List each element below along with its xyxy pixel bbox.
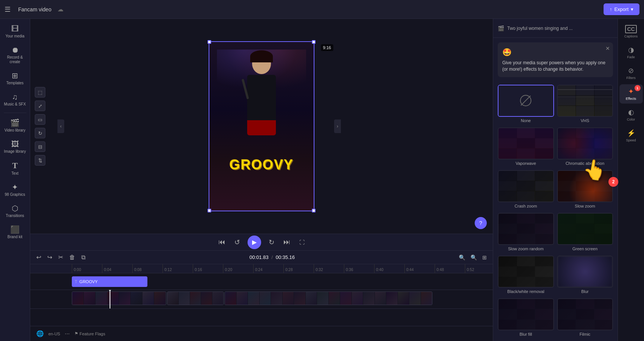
redo-button[interactable]: ↪ (46, 252, 54, 262)
filmic-overlay (558, 299, 613, 330)
expand-panel-button[interactable]: › (334, 119, 341, 133)
collapse-sidebar-button[interactable]: ‹ (57, 119, 64, 133)
vhs-scanline-1 (558, 89, 613, 90)
globe-icon: 🌐 (36, 330, 44, 337)
feature-flags-icon: ⚑ (74, 331, 78, 336)
transitions-icon: ⬡ (12, 205, 18, 212)
ruler-marks: 0:00 0:04 0:08 0:12 0:16 0:20 0:24 0:28 … (30, 264, 493, 273)
zoom-out-button[interactable]: 🔍 (457, 253, 467, 262)
sidebar-item-templates[interactable]: ⊞ Templates (2, 69, 29, 88)
timeline-ruler: 0:00 0:04 0:08 0:12 0:16 0:20 0:24 0:28 … (30, 264, 493, 273)
effect-slow-zoom-random[interactable]: Slow zoom random (498, 213, 554, 253)
slow-zoom-glow (558, 171, 613, 202)
graphics-icon: ✦ (12, 183, 18, 191)
sidebar-item-text[interactable]: T Text (2, 158, 29, 179)
playhead[interactable] (110, 290, 110, 308)
handle-top-left[interactable] (207, 40, 211, 44)
effect-crash-zoom[interactable]: Crash zoom (498, 170, 554, 210)
effect-vhs[interactable]: VHS (557, 85, 613, 124)
video-clip-3[interactable] (224, 291, 432, 305)
effect-slow-zoom-visual (558, 171, 613, 202)
resize-tool[interactable]: ⤢ (35, 101, 45, 111)
project-title[interactable]: Fancam video (18, 6, 51, 12)
rotate-tool[interactable]: ↻ (35, 128, 45, 138)
play-button[interactable]: ▶ (248, 236, 261, 249)
handle-top-right[interactable] (312, 40, 316, 44)
cut-button[interactable]: ✂ (57, 252, 65, 262)
help-button[interactable]: ? (475, 217, 487, 229)
templates-icon: ⊞ (12, 72, 18, 79)
sidebar-item-brand-kit[interactable]: ⬛ Brand kit (2, 223, 29, 242)
ruler-mark: 0:24 (253, 264, 283, 273)
icon-panel-filters[interactable]: ⊘ Filters (619, 64, 643, 83)
your-media-icon: 🎞 (11, 25, 19, 33)
sidebar-item-music[interactable]: ♫ Music & SFX (2, 90, 29, 110)
video-track-content[interactable] (72, 290, 493, 308)
sidebar-item-graphics[interactable]: ✦ 98 Graphics (2, 180, 29, 200)
rewind-button[interactable]: ↺ (233, 237, 242, 248)
sidebar-item-image-library[interactable]: 🖼 Image library (2, 137, 29, 157)
music-icon: ♫ (12, 93, 18, 101)
flip-tool[interactable]: ⇅ (35, 155, 45, 166)
screen-tool[interactable]: ▭ (35, 114, 45, 125)
hamburger-icon[interactable]: ☰ (5, 5, 11, 14)
sidebar-item-record[interactable]: ⏺ Record &create (2, 43, 29, 67)
text-track-content[interactable]: T GROOVY (72, 273, 493, 290)
export-button[interactable]: ↑ Export ▾ (604, 3, 639, 15)
effect-green-screen[interactable]: Green screen (557, 213, 613, 253)
tooltip-close-button[interactable]: ✕ (605, 45, 610, 51)
duplicate-button[interactable]: ⧉ (80, 253, 87, 262)
feature-flags-button[interactable]: ⚑ Feature Flags (74, 331, 105, 336)
crop-tool[interactable]: ⬚ (35, 87, 45, 98)
icon-panel-speed[interactable]: ⚡ Speed (619, 126, 643, 145)
undo-button[interactable]: ↩ (35, 252, 43, 262)
effect-vaporwave[interactable]: Vaporwave (498, 127, 554, 167)
sidebar-item-video-library[interactable]: 🎬 Video library (2, 116, 29, 136)
icon-panel-captions[interactable]: CC Captions (619, 22, 643, 41)
zoom-in-button[interactable]: 🔍 (469, 253, 478, 262)
canvas-tools: ⬚ ⤢ ▭ ↻ ⊟ ⇅ (35, 87, 45, 166)
more-icon[interactable]: ··· (65, 330, 70, 337)
bw-overlay (498, 256, 553, 287)
effect-chromatic-aberration[interactable]: Chromatic aberration (557, 127, 613, 167)
sidebar-item-transitions[interactable]: ⬡ Transitions (2, 202, 29, 221)
singer-body (247, 75, 276, 135)
align-tool[interactable]: ⊟ (35, 141, 45, 152)
skip-back-button[interactable]: ⏮ (217, 237, 227, 248)
ruler-mark: 0:12 (163, 264, 193, 273)
fullscreen-button[interactable]: ⛶ (298, 238, 306, 247)
icon-panel-color[interactable]: ◐ Color (619, 105, 643, 124)
captions-icon: CC (625, 25, 636, 33)
video-clip-2[interactable] (167, 291, 224, 305)
handle-bottom-left[interactable] (207, 209, 211, 212)
effect-blur-visual (558, 256, 613, 287)
delete-button[interactable]: 🗑 (68, 253, 77, 262)
effect-slow-zoom[interactable]: Slow zoom (557, 170, 613, 210)
skip-forward-button[interactable]: ⏭ (282, 237, 292, 248)
forward-button[interactable]: ↻ (267, 237, 276, 248)
timeline-area: ↩ ↪ ✂ 🗑 ⧉ 00:01.83 / 00:35.16 🔍 🔍 ⊞ (30, 250, 493, 326)
topbar: ☰ Fancam video ☁ ↑ Export ▾ (0, 0, 644, 19)
ruler-mark: 0:40 (374, 264, 404, 273)
text-track-row: T GROOVY (30, 273, 493, 290)
effect-blur-fill-thumb (498, 298, 554, 330)
handle-bottom-right[interactable] (312, 209, 316, 212)
zoom-fit-button[interactable]: ⊞ (481, 253, 488, 262)
effect-blur-fill[interactable]: Blur fill (498, 298, 554, 338)
effect-none[interactable]: None (498, 85, 554, 124)
icon-panel-effects[interactable]: ✦ Effects 1 (619, 84, 643, 104)
speed-icon: ⚡ (627, 129, 635, 137)
color-icon: ◐ (628, 108, 634, 116)
effect-filmic[interactable]: Filmic (557, 298, 613, 338)
sidebar-item-your-media[interactable]: 🎞 Your media (2, 22, 29, 42)
effect-green-screen-thumb (557, 213, 613, 245)
center-area: ⬚ ⤢ ▭ ↻ ⊟ ⇅ ‹ (30, 19, 493, 341)
canvas-area[interactable]: ⬚ ⤢ ▭ ↻ ⊟ ⇅ ‹ (30, 19, 493, 234)
icon-panel-fade[interactable]: ◑ Fade (619, 43, 643, 62)
effect-blur[interactable]: Blur (557, 256, 613, 295)
effect-slow-zoom-thumb (557, 170, 613, 202)
video-clip-1[interactable] (72, 291, 166, 305)
effect-bw-removal[interactable]: Black/white removal (498, 256, 554, 295)
ruler-mark: 0:28 (283, 264, 314, 273)
text-clip-groovy[interactable]: T GROOVY (72, 276, 147, 287)
